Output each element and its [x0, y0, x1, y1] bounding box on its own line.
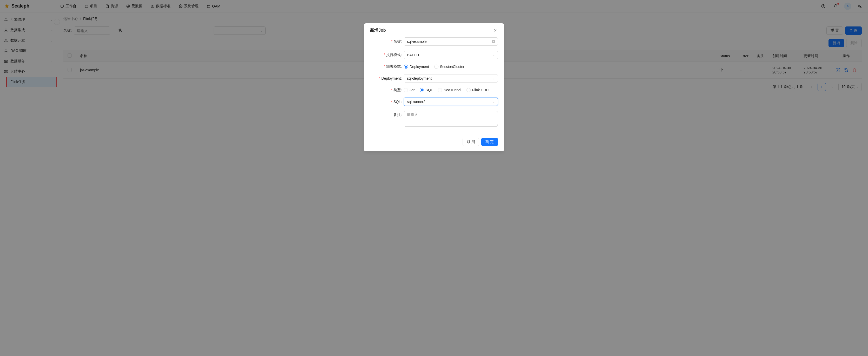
radio-icon	[404, 65, 408, 69]
field-sql-label: SQL:	[394, 100, 402, 104]
modal-title: 新增Job	[370, 28, 386, 33]
chevron-down-icon: ⌄	[493, 100, 495, 103]
field-deploymode-label: 部署模式:	[386, 64, 402, 69]
field-name-input[interactable]	[404, 37, 498, 46]
field-remark-label: 备注:	[394, 113, 402, 117]
chevron-down-icon: ⌄	[493, 77, 495, 80]
field-type-label: 类型:	[394, 88, 402, 92]
field-name-label: 名称:	[394, 39, 402, 43]
radio-seatunnel[interactable]: SeaTunnel	[438, 88, 461, 92]
radio-sessioncluster[interactable]: SessionCluster	[434, 65, 464, 69]
chevron-down-icon: ⌄	[493, 54, 495, 57]
field-sql-select[interactable]: sql-runner2⌄	[404, 98, 498, 106]
close-icon[interactable]: ✕	[492, 28, 498, 33]
field-execmode-select[interactable]: BATCH⌄	[404, 51, 498, 59]
radio-icon	[434, 65, 438, 69]
radio-jar[interactable]: Jar	[404, 88, 414, 92]
field-deployment-select[interactable]: sql-deployment⌄	[404, 74, 498, 82]
add-job-modal: 新增Job ✕ *名称: ✕ *执行模式: BATCH⌄ *部署模式: Depl…	[364, 23, 504, 151]
ok-button[interactable]: 确 定	[481, 138, 498, 146]
radio-sql[interactable]: SQL	[420, 88, 433, 92]
field-execmode-label: 执行模式:	[386, 53, 402, 57]
field-deployment-label: Deployment:	[381, 76, 402, 80]
cancel-button[interactable]: 取 消	[463, 138, 479, 146]
radio-icon	[420, 88, 424, 92]
radio-icon	[438, 88, 442, 92]
field-remark-textarea[interactable]	[404, 111, 498, 127]
radio-icon	[404, 88, 408, 92]
radio-deployment[interactable]: Deployment	[404, 65, 429, 69]
radio-flinkcdc[interactable]: Flink CDC	[466, 88, 489, 92]
clear-icon[interactable]: ✕	[492, 40, 495, 43]
radio-icon	[466, 88, 471, 92]
